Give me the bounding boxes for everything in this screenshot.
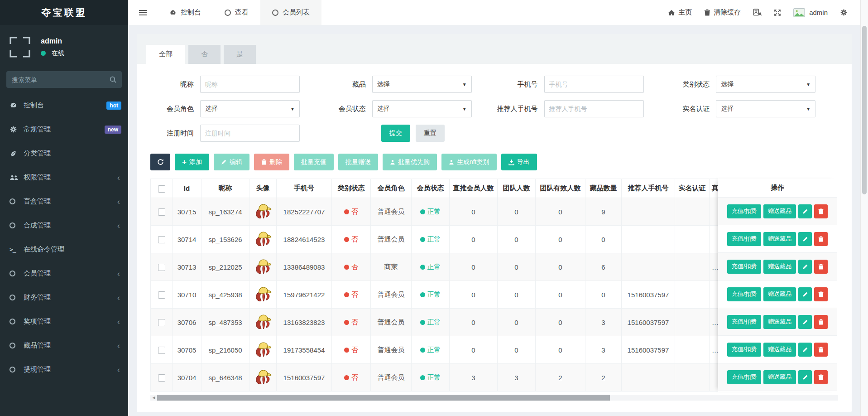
gift-button[interactable]: 赠送藏品 [763,287,796,301]
fullscreen-icon[interactable] [774,9,781,16]
reset-button[interactable]: 重置 [416,125,445,142]
recharge-button[interactable]: 充值/扣费 [727,343,762,357]
clear-cache-link[interactable]: 清除缓存 [704,8,741,17]
category-status-select[interactable]: 选择 ▼ [716,76,815,93]
sidebar-item-member[interactable]: 会员管理 ‹ [0,261,128,285]
edit-row-button[interactable] [798,232,812,246]
batch-gift-button[interactable]: 批量赠送 [338,154,378,170]
delete-row-button[interactable] [814,343,828,357]
select-all-checkbox[interactable] [158,185,165,193]
recharge-button[interactable]: 充值/扣费 [727,232,762,246]
recharge-button[interactable]: 充值/扣费 [727,204,762,218]
tab-no[interactable]: 否 [188,45,221,64]
gift-button[interactable]: 赠送藏品 [763,370,796,384]
scroll-left-arrow-icon[interactable]: ◀ [150,396,157,400]
gift-button[interactable]: 赠送藏品 [763,343,796,357]
recharge-button[interactable]: 充值/扣费 [727,287,762,301]
delete-row-button[interactable] [814,204,828,218]
sidebar-item-console[interactable]: 控制台 hot [0,93,128,117]
edit-row-button[interactable] [798,204,812,218]
sidebar-item-permission[interactable]: 权限管理 ‹ [0,165,128,189]
avatar-image[interactable] [253,229,273,249]
row-checkbox[interactable] [158,208,165,216]
chevron-left-icon: ‹ [117,366,121,374]
referrer-phone-input[interactable] [544,100,644,117]
member-status-select[interactable]: 选择 ▼ [372,100,472,117]
refresh-button[interactable] [150,154,170,170]
user-menu[interactable]: admin [793,8,828,17]
sidebar-item-withdraw[interactable]: 提现管理 ‹ [0,358,128,382]
app-logo[interactable]: 夺宝联盟 [0,0,128,25]
status-dot-red [344,348,349,353]
avatar-image[interactable] [253,312,273,332]
menu-search-input[interactable] [6,71,122,88]
add-button[interactable]: +添加 [175,154,209,170]
edit-row-button[interactable] [798,260,812,274]
gift-button[interactable]: 赠送藏品 [763,260,796,274]
avatar-image[interactable] [253,340,273,360]
delete-row-button[interactable] [814,260,828,274]
sidebar-item-finance[interactable]: 财务管理 ‹ [0,285,128,310]
collection-select[interactable]: 选择 ▼ [372,76,472,93]
delete-button[interactable]: 删除 [254,154,289,170]
edit-button[interactable]: 编辑 [214,154,249,170]
sidebar-item-collection[interactable]: 藏品管理 ‹ [0,334,128,358]
sidebar-item-category[interactable]: 分类管理 [0,141,128,165]
nav-tab-console[interactable]: 控制台 [158,0,213,25]
recharge-button[interactable]: 充值/扣费 [727,260,762,274]
delete-row-button[interactable] [814,232,828,246]
gift-button[interactable]: 赠送藏品 [763,204,796,218]
row-checkbox[interactable] [158,291,165,299]
avatar-image[interactable] [253,257,273,277]
row-checkbox[interactable] [158,347,165,354]
recharge-button[interactable]: 充值/扣费 [727,315,762,329]
horizontal-scrollbar[interactable]: ◀ [150,395,838,401]
settings-gear-icon[interactable] [840,9,848,16]
gift-button[interactable]: 赠送藏品 [763,232,796,246]
nav-tab-view[interactable]: 查看 [213,0,260,25]
sidebar-item-synthesis[interactable]: 合成管理 ‹ [0,213,128,237]
export-button[interactable]: 导出 [501,154,537,170]
delete-row-button[interactable] [814,315,828,329]
edit-row-button[interactable] [798,287,812,301]
edit-row-button[interactable] [798,370,812,384]
tab-all[interactable]: 全部 [146,45,185,64]
row-checkbox[interactable] [158,374,165,382]
avatar-image[interactable] [253,285,273,305]
sidebar-item-general[interactable]: 常规管理 new [0,117,128,141]
avatar-image[interactable] [253,368,273,387]
circle-icon [10,319,24,324]
tab-yes[interactable]: 是 [224,45,256,64]
batch-recharge-button[interactable]: 批量充值 [294,154,334,170]
home-link[interactable]: 主页 [668,8,692,17]
batch-priority-button[interactable]: 批量优先购 [383,154,437,170]
register-time-input[interactable] [200,125,300,142]
sidebar-toggle-button[interactable] [128,0,158,25]
avatar-image[interactable] [253,202,273,222]
sidebar-item-online-command[interactable]: >_ 在线命令管理 [0,237,128,261]
submit-button[interactable]: 提交 [381,125,410,142]
nickname-input[interactable] [200,76,300,93]
edit-row-button[interactable] [798,343,812,357]
search-icon [109,76,117,83]
delete-row-button[interactable] [814,287,828,301]
realname-auth-select[interactable]: 选择 ▼ [716,100,815,117]
row-checkbox[interactable] [158,236,165,243]
row-checkbox[interactable] [158,319,165,326]
row-checkbox[interactable] [158,264,165,271]
language-icon[interactable] [753,9,762,16]
sidebar-item-blindbox[interactable]: 盲盒管理 ‹ [0,189,128,213]
vertical-scrollbar[interactable] [860,0,868,416]
phone-input[interactable] [544,76,644,93]
recharge-button[interactable]: 充值/扣费 [727,370,762,384]
vertical-scrollbar-thumb[interactable] [862,26,867,194]
caret-down-icon: ▼ [462,82,467,87]
generate-nft-button[interactable]: 生成nft类别 [441,154,497,170]
horizontal-scrollbar-thumb[interactable] [157,395,610,401]
member-role-select[interactable]: 选择 ▼ [200,100,300,117]
gift-button[interactable]: 赠送藏品 [763,315,796,329]
delete-row-button[interactable] [814,370,828,384]
sidebar-item-award[interactable]: 奖项管理 ‹ [0,310,128,334]
edit-row-button[interactable] [798,315,812,329]
nav-tab-member-list[interactable]: 会员列表 [260,0,321,25]
